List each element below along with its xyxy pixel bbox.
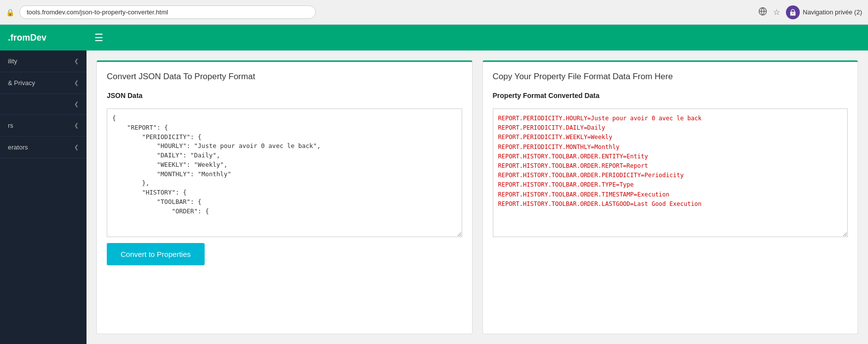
- convert-button[interactable]: Convert to Properties: [107, 243, 205, 265]
- sidebar-item-rs-label: rs: [8, 122, 13, 129]
- left-card-title: Convert JSON Data To Property Format: [107, 72, 462, 82]
- sidebar-item-privacy-label: & Privacy: [8, 79, 35, 87]
- translate-icon[interactable]: [758, 7, 767, 18]
- left-card: Convert JSON Data To Property Format JSO…: [96, 60, 473, 334]
- sidebar-item-3[interactable]: ❮: [0, 94, 87, 115]
- sidebar: .fromDev ility ❮ & Privacy ❮ ❮ rs ❮ erat…: [0, 25, 87, 344]
- sidebar-item-utility[interactable]: ility ❮: [0, 50, 87, 72]
- chevron-icon: ❮: [74, 144, 79, 150]
- property-section-label: Property Format Converted Data: [493, 92, 848, 99]
- star-icon[interactable]: ☆: [773, 7, 780, 17]
- sidebar-item-privacy[interactable]: & Privacy ❮: [0, 72, 87, 94]
- browser-icons: ☆ Navigation privée (2): [758, 5, 862, 19]
- private-label: Navigation privée (2): [803, 8, 862, 16]
- right-card: Copy Your Property File Format Data From…: [482, 60, 859, 334]
- content-area: Convert JSON Data To Property Format JSO…: [87, 50, 868, 344]
- chevron-icon: ❮: [74, 101, 79, 107]
- json-section-label: JSON Data: [107, 92, 462, 99]
- sidebar-item-rs[interactable]: rs ❮: [0, 115, 87, 137]
- sidebar-item-utility-label: ility: [8, 57, 17, 65]
- private-nav: Navigation privée (2): [786, 5, 862, 19]
- chevron-icon: ❮: [74, 58, 79, 64]
- hamburger-icon[interactable]: ☰: [94, 32, 103, 44]
- json-input[interactable]: { "REPORT": { "PERIODICITY": { "HOURLY":…: [107, 108, 462, 237]
- chevron-icon: ❮: [74, 122, 79, 129]
- top-bar: ☰: [87, 25, 868, 50]
- sidebar-item-generators[interactable]: erators ❮: [0, 137, 87, 158]
- main-content: ☰ Convert JSON Data To Property Format J…: [87, 25, 868, 344]
- property-output[interactable]: [493, 108, 848, 237]
- right-card-title: Copy Your Property File Format Data From…: [493, 72, 848, 82]
- app-layout: .fromDev ility ❮ & Privacy ❮ ❮ rs ❮ erat…: [0, 25, 868, 344]
- browser-bar: 🔒 tools.fromdev.com/json-to-property-con…: [0, 0, 868, 25]
- chevron-icon: ❮: [74, 80, 79, 86]
- lock-icon: 🔒: [6, 8, 14, 16]
- private-icon: [786, 5, 800, 19]
- sidebar-logo: .fromDev: [0, 25, 87, 50]
- sidebar-item-generators-label: erators: [8, 144, 28, 151]
- url-bar[interactable]: tools.fromdev.com/json-to-property-conve…: [19, 5, 316, 19]
